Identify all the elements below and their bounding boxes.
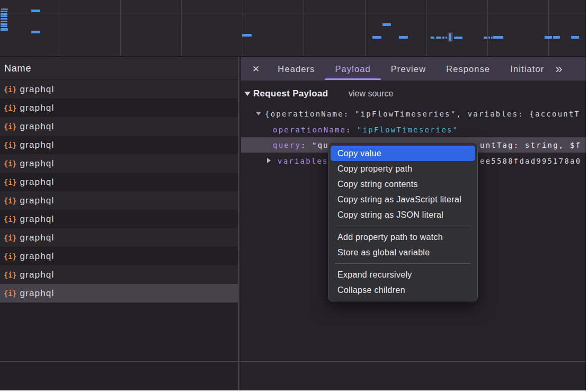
request-name: graphql xyxy=(20,288,54,299)
json-request-icon: {i} xyxy=(4,252,16,261)
tab-preview[interactable]: Preview xyxy=(381,57,436,81)
request-row[interactable]: {i}graphql xyxy=(0,154,238,173)
json-request-icon: {i} xyxy=(4,178,16,186)
requests-table: Name {i}graphql{i}graphql{i}graphql{i}gr… xyxy=(0,57,239,390)
request-name: graphql xyxy=(20,233,54,243)
selected-request-marker-bar xyxy=(449,33,451,41)
column-header-name[interactable]: Name xyxy=(0,57,238,80)
property-value-fragment-right: ee5588fdad995178a0 xyxy=(480,157,581,165)
property-value-fragment-left: "qu xyxy=(312,141,329,149)
overview-horizontal-gridline xyxy=(0,13,586,13)
request-bar xyxy=(431,37,434,39)
expanded-triangle-icon[interactable] xyxy=(256,112,261,115)
request-bar xyxy=(484,37,487,39)
overview-vertical-gridline xyxy=(59,0,59,56)
tree-row-preview[interactable]: {operationName: "ipFlowTimeseries", vari… xyxy=(241,106,586,121)
request-bar xyxy=(1,28,8,31)
object-preview-text: {operationName: "ipFlowTimeseries", vari… xyxy=(265,110,580,118)
more-tabs-button[interactable]: » xyxy=(555,61,563,76)
request-bar-gray xyxy=(1,8,8,10)
property-value: "ipFlowTimeseries" xyxy=(357,126,458,134)
json-request-icon: {i} xyxy=(4,141,16,149)
section-collapse-triangle-icon[interactable] xyxy=(244,92,251,96)
footer-separator xyxy=(0,361,586,362)
json-request-icon: {i} xyxy=(4,289,16,298)
json-request-icon: {i} xyxy=(4,215,16,224)
context-menu-item[interactable]: Add property path to watch xyxy=(328,229,477,245)
json-request-icon: {i} xyxy=(4,234,16,242)
property-value-fragment-right: untTag: string, $f xyxy=(480,141,581,149)
request-row[interactable]: {i}graphql xyxy=(0,99,238,117)
request-row[interactable]: {i}graphql xyxy=(0,228,238,247)
request-row[interactable]: {i}graphql xyxy=(0,210,238,228)
request-row[interactable]: {i}graphql xyxy=(0,191,238,210)
collapsed-triangle-icon[interactable] xyxy=(267,158,271,163)
request-bar xyxy=(493,36,503,39)
details-tabbar: ✕ HeadersPayloadPreviewResponseInitiator… xyxy=(241,57,586,81)
request-name: graphql xyxy=(20,195,54,206)
tab-payload[interactable]: Payload xyxy=(325,57,380,81)
request-bar xyxy=(545,36,552,39)
request-bar xyxy=(31,10,40,12)
request-name: graphql xyxy=(20,214,54,225)
request-bar xyxy=(1,15,7,17)
request-row[interactable]: {i}graphql xyxy=(0,265,238,284)
request-bar xyxy=(454,37,462,39)
request-row[interactable]: {i}graphql xyxy=(0,247,238,265)
request-row[interactable]: {i}graphql xyxy=(0,80,238,99)
context-menu-separator xyxy=(335,226,471,226)
request-bar xyxy=(442,37,444,39)
tab-response[interactable]: Response xyxy=(436,57,500,81)
request-name: graphql xyxy=(20,177,54,188)
request-bar xyxy=(1,18,7,20)
json-request-icon: {i} xyxy=(4,271,16,279)
request-bar xyxy=(242,34,252,37)
request-name: graphql xyxy=(20,270,54,280)
request-bar xyxy=(1,25,7,27)
context-menu-item[interactable]: Copy string as JavaScript literal xyxy=(328,192,477,207)
request-row[interactable]: {i}graphql xyxy=(0,117,238,136)
overview-vertical-gridline xyxy=(120,0,121,56)
request-bar xyxy=(31,31,40,33)
context-menu-item[interactable]: Copy string as JSON literal xyxy=(328,207,477,222)
request-bar xyxy=(488,37,490,39)
request-name: graphql xyxy=(20,251,54,262)
json-request-icon: {i} xyxy=(4,85,16,94)
devtools-network-panel: Name {i}graphql{i}graphql{i}graphql{i}gr… xyxy=(0,0,586,390)
request-bar xyxy=(1,21,7,22)
colon: : xyxy=(301,141,312,149)
context-menu-item[interactable]: Copy value xyxy=(331,146,475,161)
overview-vertical-gridline xyxy=(181,0,182,56)
request-row[interactable]: {i}graphql xyxy=(0,173,238,191)
json-request-icon: {i} xyxy=(4,122,16,131)
context-menu-separator xyxy=(335,263,471,264)
request-bar xyxy=(1,13,7,15)
context-menu-item[interactable]: Copy property path xyxy=(328,161,477,176)
request-payload-section-header[interactable]: Request Payload view source xyxy=(241,85,586,102)
context-menu-item[interactable]: Collapse children xyxy=(328,282,477,298)
json-request-icon: {i} xyxy=(4,159,16,168)
request-row[interactable]: {i}graphql xyxy=(0,284,238,302)
tab-headers[interactable]: Headers xyxy=(268,57,325,81)
property-key: variables xyxy=(278,157,328,165)
context-menu-item[interactable]: Store as global variable xyxy=(328,245,477,260)
request-row[interactable]: {i}graphql xyxy=(0,136,238,154)
tree-row-operationname[interactable]: operationName : "ipFlowTimeseries" xyxy=(241,122,586,137)
property-key: operationName xyxy=(273,126,346,134)
section-title: Request Payload xyxy=(253,88,328,99)
network-overview-timeline[interactable] xyxy=(0,0,586,57)
request-bar xyxy=(571,36,579,39)
close-details-button[interactable]: ✕ xyxy=(252,64,260,75)
request-bar xyxy=(446,37,447,39)
request-bar xyxy=(1,11,7,12)
tab-initiator[interactable]: Initiator xyxy=(500,57,554,81)
overview-vertical-gridline xyxy=(426,0,426,56)
request-bar xyxy=(553,36,560,39)
context-menu-item[interactable]: Expand recursively xyxy=(328,267,477,282)
overview-vertical-gridline xyxy=(304,0,304,56)
view-source-link[interactable]: view source xyxy=(349,89,393,99)
request-bar xyxy=(372,36,381,39)
json-request-icon: {i} xyxy=(4,197,16,205)
request-name: graphql xyxy=(20,84,54,95)
context-menu-item[interactable]: Copy string contents xyxy=(328,176,477,192)
